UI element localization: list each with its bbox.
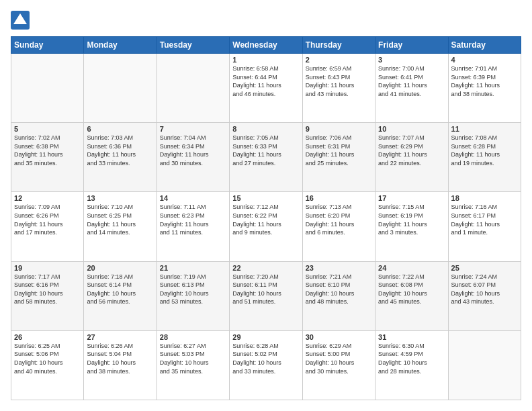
weekday-header-friday: Friday (375, 37, 448, 54)
day-info: Sunrise: 7:24 AM Sunset: 6:07 PM Dayligh… (451, 273, 518, 306)
weekday-header-row: SundayMondayTuesdayWednesdayThursdayFrid… (11, 37, 521, 54)
day-number: 25 (451, 264, 518, 272)
calendar-cell: 2Sunrise: 6:59 AM Sunset: 6:43 PM Daylig… (302, 54, 375, 123)
day-info: Sunrise: 7:09 AM Sunset: 6:26 PM Dayligh… (14, 203, 81, 236)
calendar-cell: 10Sunrise: 7:07 AM Sunset: 6:29 PM Dayli… (375, 123, 448, 192)
calendar-cell: 31Sunrise: 6:30 AM Sunset: 4:59 PM Dayli… (375, 330, 448, 400)
day-number: 15 (232, 194, 299, 202)
weekday-header-wednesday: Wednesday (230, 37, 302, 54)
weekday-header-sunday: Sunday (11, 37, 84, 54)
calendar: SundayMondayTuesdayWednesdayThursdayFrid… (11, 36, 521, 400)
logo (11, 11, 32, 30)
week-row-4: 26Sunrise: 6:25 AM Sunset: 5:06 PM Dayli… (11, 330, 521, 400)
day-number: 18 (451, 194, 518, 202)
weekday-header-tuesday: Tuesday (157, 37, 229, 54)
day-number: 13 (87, 194, 153, 202)
calendar-cell: 11Sunrise: 7:08 AM Sunset: 6:28 PM Dayli… (448, 123, 521, 192)
calendar-cell: 23Sunrise: 7:21 AM Sunset: 6:10 PM Dayli… (302, 261, 375, 330)
day-number: 8 (232, 125, 299, 133)
day-info: Sunrise: 6:59 AM Sunset: 6:43 PM Dayligh… (306, 64, 372, 98)
day-number: 28 (160, 333, 226, 341)
calendar-cell (11, 54, 84, 123)
day-info: Sunrise: 7:12 AM Sunset: 6:22 PM Dayligh… (232, 203, 299, 236)
calendar-cell: 13Sunrise: 7:10 AM Sunset: 6:25 PM Dayli… (84, 192, 157, 261)
day-info: Sunrise: 7:21 AM Sunset: 6:10 PM Dayligh… (306, 273, 372, 306)
day-info: Sunrise: 7:08 AM Sunset: 6:28 PM Dayligh… (451, 134, 518, 167)
day-number: 24 (378, 264, 445, 272)
calendar-cell: 21Sunrise: 7:19 AM Sunset: 6:13 PM Dayli… (157, 261, 229, 330)
day-number: 30 (306, 333, 372, 341)
calendar-cell: 9Sunrise: 7:06 AM Sunset: 6:31 PM Daylig… (302, 123, 375, 192)
day-number: 10 (378, 125, 445, 133)
day-info: Sunrise: 7:05 AM Sunset: 6:33 PM Dayligh… (232, 134, 299, 167)
day-info: Sunrise: 6:26 AM Sunset: 5:04 PM Dayligh… (87, 342, 153, 375)
calendar-cell: 29Sunrise: 6:28 AM Sunset: 5:02 PM Dayli… (230, 330, 302, 400)
day-info: Sunrise: 7:22 AM Sunset: 6:08 PM Dayligh… (378, 273, 445, 306)
day-info: Sunrise: 7:01 AM Sunset: 6:39 PM Dayligh… (451, 64, 518, 98)
day-info: Sunrise: 7:00 AM Sunset: 6:41 PM Dayligh… (378, 64, 445, 98)
day-info: Sunrise: 6:27 AM Sunset: 5:03 PM Dayligh… (160, 342, 226, 375)
day-number: 12 (14, 194, 81, 202)
day-number: 1 (232, 56, 299, 64)
calendar-cell: 14Sunrise: 7:11 AM Sunset: 6:23 PM Dayli… (157, 192, 229, 261)
calendar-cell: 3Sunrise: 7:00 AM Sunset: 6:41 PM Daylig… (375, 54, 448, 123)
calendar-cell: 22Sunrise: 7:20 AM Sunset: 6:11 PM Dayli… (230, 261, 302, 330)
calendar-cell: 12Sunrise: 7:09 AM Sunset: 6:26 PM Dayli… (11, 192, 84, 261)
weekday-header-monday: Monday (84, 37, 157, 54)
weekday-header-thursday: Thursday (302, 37, 375, 54)
day-info: Sunrise: 7:18 AM Sunset: 6:14 PM Dayligh… (87, 273, 153, 306)
day-number: 14 (160, 194, 226, 202)
day-info: Sunrise: 7:15 AM Sunset: 6:19 PM Dayligh… (378, 203, 445, 236)
day-number: 26 (14, 333, 81, 341)
day-number: 17 (378, 194, 445, 202)
day-number: 5 (14, 125, 81, 133)
week-row-1: 5Sunrise: 7:02 AM Sunset: 6:38 PM Daylig… (11, 123, 521, 192)
day-info: Sunrise: 7:17 AM Sunset: 6:16 PM Dayligh… (14, 273, 81, 306)
day-info: Sunrise: 6:28 AM Sunset: 5:02 PM Dayligh… (232, 342, 299, 375)
header (11, 11, 521, 30)
day-number: 16 (306, 194, 372, 202)
logo-icon (11, 11, 30, 30)
calendar-cell: 25Sunrise: 7:24 AM Sunset: 6:07 PM Dayli… (448, 261, 521, 330)
weekday-header-saturday: Saturday (448, 37, 521, 54)
day-number: 19 (14, 264, 81, 272)
day-number: 3 (378, 56, 445, 64)
day-info: Sunrise: 7:11 AM Sunset: 6:23 PM Dayligh… (160, 203, 226, 236)
calendar-cell: 6Sunrise: 7:03 AM Sunset: 6:36 PM Daylig… (84, 123, 157, 192)
day-info: Sunrise: 7:07 AM Sunset: 6:29 PM Dayligh… (378, 134, 445, 167)
day-info: Sunrise: 7:02 AM Sunset: 6:38 PM Dayligh… (14, 134, 81, 167)
calendar-cell: 20Sunrise: 7:18 AM Sunset: 6:14 PM Dayli… (84, 261, 157, 330)
calendar-cell (157, 54, 229, 123)
day-number: 23 (306, 264, 372, 272)
calendar-cell: 19Sunrise: 7:17 AM Sunset: 6:16 PM Dayli… (11, 261, 84, 330)
day-number: 7 (160, 125, 226, 133)
day-info: Sunrise: 7:20 AM Sunset: 6:11 PM Dayligh… (232, 273, 299, 306)
day-info: Sunrise: 7:16 AM Sunset: 6:17 PM Dayligh… (451, 203, 518, 236)
day-number: 20 (87, 264, 153, 272)
day-number: 21 (160, 264, 226, 272)
day-number: 29 (232, 333, 299, 341)
calendar-cell: 1Sunrise: 6:58 AM Sunset: 6:44 PM Daylig… (230, 54, 302, 123)
calendar-cell: 18Sunrise: 7:16 AM Sunset: 6:17 PM Dayli… (448, 192, 521, 261)
day-number: 4 (451, 56, 518, 64)
calendar-cell: 4Sunrise: 7:01 AM Sunset: 6:39 PM Daylig… (448, 54, 521, 123)
day-info: Sunrise: 7:06 AM Sunset: 6:31 PM Dayligh… (306, 134, 372, 167)
page: SundayMondayTuesdayWednesdayThursdayFrid… (0, 0, 532, 411)
day-number: 31 (378, 333, 445, 341)
day-number: 2 (306, 56, 372, 64)
calendar-cell: 30Sunrise: 6:29 AM Sunset: 5:00 PM Dayli… (302, 330, 375, 400)
week-row-0: 1Sunrise: 6:58 AM Sunset: 6:44 PM Daylig… (11, 54, 521, 123)
week-row-2: 12Sunrise: 7:09 AM Sunset: 6:26 PM Dayli… (11, 192, 521, 261)
day-info: Sunrise: 7:10 AM Sunset: 6:25 PM Dayligh… (87, 203, 153, 236)
day-number: 11 (451, 125, 518, 133)
day-info: Sunrise: 7:03 AM Sunset: 6:36 PM Dayligh… (87, 134, 153, 167)
calendar-cell: 15Sunrise: 7:12 AM Sunset: 6:22 PM Dayli… (230, 192, 302, 261)
calendar-cell: 27Sunrise: 6:26 AM Sunset: 5:04 PM Dayli… (84, 330, 157, 400)
day-info: Sunrise: 6:29 AM Sunset: 5:00 PM Dayligh… (306, 342, 372, 375)
day-info: Sunrise: 6:25 AM Sunset: 5:06 PM Dayligh… (14, 342, 81, 375)
day-info: Sunrise: 6:30 AM Sunset: 4:59 PM Dayligh… (378, 342, 445, 375)
week-row-3: 19Sunrise: 7:17 AM Sunset: 6:16 PM Dayli… (11, 261, 521, 330)
day-info: Sunrise: 7:04 AM Sunset: 6:34 PM Dayligh… (160, 134, 226, 167)
calendar-cell (84, 54, 157, 123)
calendar-cell: 16Sunrise: 7:13 AM Sunset: 6:20 PM Dayli… (302, 192, 375, 261)
